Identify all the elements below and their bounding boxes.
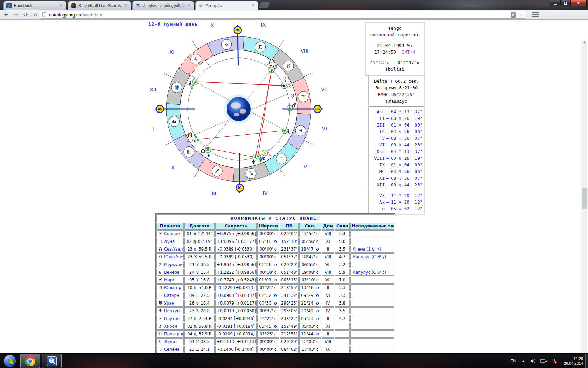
planet-name[interactable]: Южн.Узел xyxy=(164,254,184,259)
power-cell: 3.5 xyxy=(335,307,350,314)
declination-cell: 05°03' с xyxy=(299,323,321,330)
birth-city: Tbilisi xyxy=(367,66,422,73)
zodiac-sign-glyph: ♑ xyxy=(248,170,253,177)
house-cell: II xyxy=(322,330,334,338)
scroll-up-icon[interactable]: ▲ xyxy=(581,40,587,45)
planet-glyph-saturn: ♄ xyxy=(287,128,292,135)
column-header: Сила xyxy=(335,223,350,230)
planet-name[interactable]: Селена xyxy=(164,347,180,352)
speed-cell: -0.1229 [+0.0833] xyxy=(215,284,257,291)
zodiac-sign-glyph: ♌ xyxy=(194,56,198,62)
planet-name[interactable]: Лилит xyxy=(164,339,177,344)
minimize-button[interactable] xyxy=(550,0,560,6)
url-text[interactable]: astrology.org.ua/aweb.htm xyxy=(49,12,511,18)
forward-button[interactable]: → xyxy=(12,11,20,19)
house-numeral: VI xyxy=(322,125,327,131)
planet-symbol: ♀ xyxy=(159,270,164,275)
volume-icon[interactable] xyxy=(530,359,536,364)
maximize-button[interactable] xyxy=(560,0,570,6)
birth-coordinates: 41°43'с - 044°47'в xyxy=(367,59,422,66)
tab-close-icon[interactable]: ✕ xyxy=(251,3,255,8)
planet-name[interactable]: Марс xyxy=(164,278,175,282)
start-button[interactable] xyxy=(4,355,16,367)
planet-name[interactable]: Плутон xyxy=(164,316,180,321)
vertical-scrollbar[interactable]: ▲ ▼ xyxy=(581,40,587,353)
planet-name[interactable]: Луна xyxy=(164,239,175,244)
taskbar-chrome-button[interactable] xyxy=(20,354,40,368)
language-indicator[interactable]: EN xyxy=(510,359,516,363)
planet-name[interactable]: Уран xyxy=(164,301,174,306)
house-numeral: XI xyxy=(169,49,174,55)
cusp-line: XII–08 ♍ 44' 23" xyxy=(371,182,422,188)
cusp-line: Dsc–04 ♈ 13' 37" xyxy=(371,148,422,155)
browser-tab-strip: f Facebook ✕ Basketball Live Scores - Ba… xyxy=(0,0,588,10)
chart-point-list: Vx–11 ♈ 20' 12"Ax–11 ♎ 20' 12"⊗–05 ♒ 02'… xyxy=(371,192,422,212)
tab-title: Facebook xyxy=(14,3,57,8)
fixed-stars-cell xyxy=(350,323,394,330)
chrome-menu-icon[interactable] xyxy=(532,12,539,18)
tab-close-icon[interactable]: ✕ xyxy=(123,3,128,8)
tab-antares-active[interactable]: ★ Антарес ✕ xyxy=(195,1,258,10)
taskbar-clock[interactable]: 14:28 26.04.2014 xyxy=(564,356,583,366)
pv-cell: 341°32' xyxy=(280,292,299,299)
planet-cell: ☊Сев.Узел xyxy=(156,246,184,253)
planet-marker-dot xyxy=(207,149,209,151)
table-title: КООРДИНАТЫ И СТАТУС ПЛАНЕТ xyxy=(156,214,394,222)
fixed-star-name[interactable]: Капулус (С ♂ ☿) xyxy=(353,254,386,259)
speed-cell: -0.0109 [+0.0014] xyxy=(215,330,257,338)
planet-symbol: ⚸ xyxy=(159,339,164,344)
column-header: ПВ xyxy=(280,223,299,230)
tab-close-icon[interactable]: ✕ xyxy=(59,3,64,8)
tab-georgian[interactable]: Ӡ Ӡ კურო -> თბილისის ფ ✕ xyxy=(132,1,194,10)
new-tab-button[interactable] xyxy=(258,2,270,8)
network-icon[interactable] xyxy=(540,359,547,364)
translate-icon[interactable]: A xyxy=(511,12,516,18)
scrollbar-thumb[interactable] xyxy=(582,188,587,209)
close-button[interactable]: × xyxy=(570,0,587,6)
delta-t: Delta T 60,2 сек. xyxy=(371,78,422,84)
show-desktop-button[interactable] xyxy=(585,354,588,368)
house-cell: XI xyxy=(322,238,334,245)
tab-facebook[interactable]: f Facebook ✕ xyxy=(4,1,66,10)
fixed-star-name[interactable]: Капулус (С ♂ ☿) xyxy=(353,270,386,275)
planet-name[interactable]: Сатурн xyxy=(164,293,179,298)
bookmark-star-icon[interactable]: ☆ xyxy=(519,11,524,18)
url-host: astrology.org.ua xyxy=(49,12,81,18)
planet-name[interactable]: Прозерпина xyxy=(164,332,184,336)
hidden-icons-icon[interactable] xyxy=(522,360,525,362)
reload-button[interactable]: ⟳ xyxy=(22,11,30,19)
speed-cell: +0.1113 [+0.1113] xyxy=(215,338,257,345)
house-numeral: IX xyxy=(261,23,266,28)
aspect-line xyxy=(255,70,272,157)
planet-name[interactable]: Меркурий xyxy=(164,262,184,267)
longitude-cell: 26 ♑ 18.4 xyxy=(184,300,215,307)
planet-name[interactable]: Сев.Узел xyxy=(164,247,183,252)
network-error-icon[interactable] xyxy=(551,359,558,364)
planet-glyph-sun: ☉ xyxy=(287,83,292,90)
planet-name[interactable]: Юпитер xyxy=(164,285,181,290)
table-row: ☊Сев.Узел 23 ♏ 59.5 R -0.0389 [-0.0530] … xyxy=(156,246,394,253)
planet-marker-dot xyxy=(194,134,196,136)
planet-name[interactable]: Хирон xyxy=(164,324,177,329)
house-cell: IV xyxy=(322,307,334,314)
planet-symbol: ☊ xyxy=(159,247,164,252)
taskbar-image-viewer-button[interactable]: ✦ xyxy=(42,354,62,368)
house-cell: VIII xyxy=(322,230,334,237)
house-cusp-list: Asc–04 ♎ 13' 37"II–00 ♏ 26' 19"III–01 ♐ … xyxy=(371,108,422,188)
home-button[interactable]: ⌂ xyxy=(31,11,40,19)
planet-name[interactable]: Венера xyxy=(164,270,180,275)
back-button[interactable]: ← xyxy=(2,11,10,19)
fixed-stars-cell xyxy=(350,261,394,268)
tab-close-icon[interactable]: ✕ xyxy=(186,3,191,8)
address-bar[interactable]: astrology.org.ua/aweb.htm A ☆ xyxy=(40,11,526,19)
fixed-stars-cell xyxy=(350,292,394,299)
planet-name[interactable]: Солнце xyxy=(164,231,180,236)
page-icon[interactable] xyxy=(42,12,46,17)
power-cell: 3.3 xyxy=(335,292,350,299)
planet-name[interactable]: Нептун xyxy=(164,308,180,313)
tab-basketball[interactable]: Basketball Live Scores - Ba ✕ xyxy=(68,1,131,10)
longitude-cell: 23 ♉ 59.5 R xyxy=(184,253,215,260)
power-cell xyxy=(335,330,350,338)
pv-cell: 051°48' xyxy=(280,269,299,276)
fixed-star-name[interactable]: Агена (1 ♀ ♃) xyxy=(353,247,382,252)
